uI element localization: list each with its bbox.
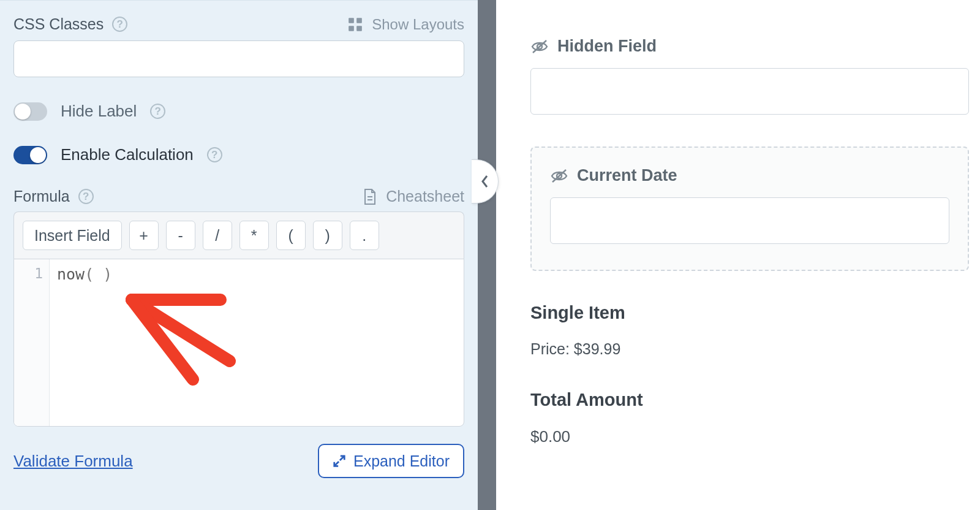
panel-divider (478, 0, 496, 510)
cheatsheet-label: Cheatsheet (386, 188, 464, 205)
enable-calc-row: Enable Calculation ? (13, 145, 464, 164)
enable-calc-toggle[interactable] (13, 146, 47, 164)
hidden-field-input[interactable] (530, 68, 969, 115)
svg-rect-1 (356, 18, 362, 23)
enable-calc-text: Enable Calculation (61, 145, 194, 164)
lparen-button[interactable]: ( (276, 221, 306, 250)
dot-button[interactable]: . (350, 221, 379, 250)
settings-panel: CSS Classes ? Show Layouts Hide Label ? … (0, 0, 478, 510)
code-content[interactable]: now( ) (50, 259, 464, 426)
css-classes-row: CSS Classes ? Show Layouts (13, 15, 464, 33)
help-icon[interactable]: ? (150, 104, 165, 119)
css-classes-input[interactable] (13, 40, 464, 77)
minus-button[interactable]: - (166, 221, 195, 250)
insert-field-button[interactable]: Insert Field (23, 221, 122, 250)
line-gutter: 1 (14, 259, 50, 426)
hide-label-text: Hide Label (61, 102, 137, 121)
price-line: Price: $39.99 (530, 340, 969, 358)
expand-editor-label: Expand Editor (353, 452, 450, 470)
validate-formula-link[interactable]: Validate Formula (13, 452, 133, 471)
app-root: CSS Classes ? Show Layouts Hide Label ? … (0, 0, 980, 510)
price-value: $39.99 (574, 340, 620, 357)
formula-editor[interactable]: 1 now( ) (13, 259, 464, 427)
single-item-block: Single Item Price: $39.99 (530, 303, 969, 358)
svg-rect-3 (356, 26, 362, 31)
price-label: Price: (530, 340, 574, 357)
plus-button[interactable]: + (129, 221, 159, 250)
code-parens: ( ) (85, 265, 112, 283)
total-label: Total Amount (530, 390, 969, 410)
code-fn: now (57, 265, 85, 283)
formula-header: Formula ? Cheatsheet (13, 188, 464, 205)
hidden-field-block: Hidden Field (530, 37, 969, 115)
total-value: $0.00 (530, 427, 969, 446)
formula-toolbar: Insert Field + - / * ( ) . (13, 211, 464, 259)
svg-rect-2 (349, 26, 354, 31)
grid-icon (347, 17, 363, 32)
chevron-left-icon (480, 173, 491, 189)
css-classes-label: CSS Classes (13, 15, 104, 33)
hide-label-row: Hide Label ? (13, 102, 464, 121)
eye-off-icon (530, 39, 549, 55)
help-icon[interactable]: ? (112, 17, 127, 32)
collapse-panel-button[interactable] (472, 159, 499, 204)
expand-icon (333, 454, 346, 468)
total-block: Total Amount $0.00 (530, 390, 969, 446)
current-date-label: Current Date (577, 166, 677, 185)
hidden-field-label: Hidden Field (557, 37, 657, 56)
formula-label: Formula (13, 188, 70, 205)
svg-rect-0 (349, 18, 354, 23)
eye-off-icon (550, 168, 568, 184)
show-layouts-label: Show Layouts (372, 16, 464, 33)
preview-panel: Hidden Field Current Date Single Item Pr… (496, 0, 980, 510)
divide-button[interactable]: / (203, 221, 232, 250)
help-icon[interactable]: ? (207, 147, 222, 162)
show-layouts-button[interactable]: Show Layouts (347, 16, 464, 33)
cheatsheet-link[interactable]: Cheatsheet (363, 188, 464, 205)
editor-footer: Validate Formula Expand Editor (13, 444, 464, 478)
current-date-input[interactable] (550, 197, 949, 244)
help-icon[interactable]: ? (78, 189, 94, 204)
rparen-button[interactable]: ) (313, 221, 342, 250)
single-item-title: Single Item (530, 303, 969, 323)
expand-editor-button[interactable]: Expand Editor (318, 444, 464, 478)
current-date-block[interactable]: Current Date (530, 147, 969, 271)
multiply-button[interactable]: * (239, 221, 269, 250)
document-icon (363, 188, 377, 205)
hide-label-toggle[interactable] (13, 102, 47, 121)
